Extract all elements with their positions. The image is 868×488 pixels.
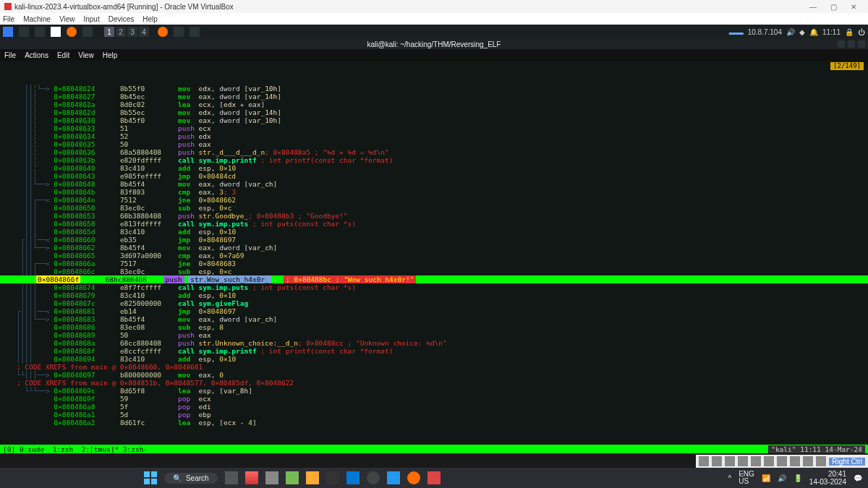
lock-icon[interactable]: 🔒: [845, 28, 854, 36]
asm-line[interactable]: ││╎ 0×08048635 50 push eax: [0, 140, 868, 148]
asm-line[interactable]: 0×080486a2 8d61fc lea esp, [ecx - 4]: [0, 419, 868, 427]
disassembly-view[interactable]: ││╎└─> 0×08048624 8b55f0 mov edx, dword …: [0, 85, 868, 427]
firefox-icon[interactable]: [67, 27, 77, 37]
asm-line[interactable]: │││ 0×08048665 3d697a0000 cmp eax, 0×7a6…: [0, 252, 868, 260]
asm-line[interactable]: ││╎└─> 0×08048624 8b55f0 mov edx, dword …: [0, 85, 868, 93]
asm-line[interactable]: 0×080486a0 5f pop edi: [0, 403, 868, 411]
battery-icon[interactable]: 🔋: [793, 474, 802, 482]
asm-line[interactable]: ││││ 0×0804866c 83ec0c sub esp, 0×c: [0, 267, 868, 275]
file-explorer-icon[interactable]: [306, 471, 319, 484]
mouse-icon[interactable]: [816, 456, 826, 466]
asm-line[interactable]: ││╎ 0×08048643 e985feffff jmp 0×80484cd: [0, 172, 868, 180]
hdd-icon[interactable]: [699, 456, 709, 466]
close-button[interactable]: ✕: [843, 3, 864, 11]
system-clock[interactable]: 20:41 14-03-2024: [809, 470, 846, 486]
maximize-button[interactable]: ▢: [823, 3, 843, 11]
vbox-menu-machine[interactable]: Machine: [23, 15, 51, 23]
vbox-menu-devices[interactable]: Devices: [109, 15, 135, 23]
asm-line[interactable]: ││ 0×0804864b 83f803 cmp eax, 3 ; 3: [0, 188, 868, 196]
term-menu-help[interactable]: Help: [103, 51, 118, 59]
chevron-up-icon[interactable]: ^: [728, 474, 731, 482]
workspace-1[interactable]: 1: [104, 27, 114, 37]
asm-line[interactable]: ││└──> 0×08048648 8b45f4 mov eax, dword …: [0, 180, 868, 188]
asm-line[interactable]: │││└──> 0×08048662 8b45f4 mov eax, dword…: [0, 244, 868, 252]
term-maximize-button[interactable]: [848, 40, 855, 48]
app-icon-2[interactable]: [265, 471, 278, 484]
asm-line[interactable]: 0×080486a1 5d pop ebp: [0, 411, 868, 419]
asm-line[interactable]: ││││ 0×08048674 e8f7fcffff call sym.imp.…: [0, 283, 868, 291]
tmux-left[interactable]: [0] 0:sudo 1:zsh 2:[tmux]* 3:zsh-: [3, 445, 148, 453]
optical-icon[interactable]: [712, 456, 722, 466]
asm-line[interactable]: ││╎ 0×0804862a 8d0c02 lea ecx, [edx + ea…: [0, 100, 868, 108]
asm-line[interactable]: ││││ 0×0804867c e825000000 call sym.give…: [0, 299, 868, 307]
term-menu-edit[interactable]: Edit: [57, 51, 69, 59]
asm-line[interactable]: ││╎ 0×0804862d 8b55ec mov edx, dword [va…: [0, 108, 868, 116]
asm-line[interactable]: ││││ 0×0804868a 68cc880408 push str.Unkn…: [0, 339, 868, 347]
app-icon-3[interactable]: [286, 471, 299, 484]
clock[interactable]: 11:11: [822, 28, 841, 36]
asm-line[interactable]: ││╎ 0×08048633 51 push ecx: [0, 124, 868, 132]
asm-line[interactable]: ││╎ 0×08048627 8b45ec mov eax, dword [va…: [0, 93, 868, 100]
asm-line[interactable]: │││┌──< 0×0804866a 7517 jne 0×8048683: [0, 260, 868, 267]
workspace-4[interactable]: 4: [139, 27, 149, 37]
term-menu-view[interactable]: View: [78, 51, 94, 59]
asm-line[interactable]: ││╎ 0×08048630 8b45f0 mov eax, dword [va…: [0, 116, 868, 124]
app-icon-4[interactable]: [326, 471, 339, 484]
start-button[interactable]: [144, 471, 157, 484]
usb-icon[interactable]: [751, 456, 761, 466]
tray-icon[interactable]: ▬▬: [729, 28, 744, 36]
taskbar-search[interactable]: 🔍 Search: [164, 473, 218, 484]
workspace-3[interactable]: 3: [127, 27, 137, 37]
asm-line[interactable]: └└│││──> 0×08048697 b800000000 mov eax, …: [0, 371, 868, 379]
terminal-icon[interactable]: [35, 27, 45, 37]
vbox-menu-file[interactable]: File: [3, 15, 14, 23]
asm-line[interactable]: ││╎ 0×0804863b e820fdffff call sym.imp.p…: [0, 156, 868, 164]
editor-icon[interactable]: [51, 27, 61, 37]
shared-folder-icon[interactable]: [764, 456, 774, 466]
asm-line[interactable]: ││╎ 0×08048636 68a5880408 push str._d___…: [0, 148, 868, 156]
volume-icon[interactable]: 🔊: [786, 28, 795, 36]
asm-line[interactable]: ┌││││──< 0×08048681 eb14 jmp 0×8048697: [0, 307, 868, 315]
asm-line[interactable]: ││╎ 0×08048640 83c410 add esp, 0×10: [0, 164, 868, 172]
cpu-icon[interactable]: [803, 456, 813, 466]
kali-menu-icon[interactable]: [3, 27, 13, 37]
app-icon-1[interactable]: [245, 471, 258, 484]
virtualbox-taskbar-icon[interactable]: [427, 471, 441, 484]
network-icon[interactable]: [738, 456, 748, 466]
shell-dropdown-icon[interactable]: [82, 27, 93, 37]
asm-line[interactable]: ││││└──> 0×08048683 8b45f4 mov eax, dwor…: [0, 315, 868, 323]
app-icon-5[interactable]: [387, 471, 400, 484]
asm-line[interactable]: ││││ 0×0804868f e8ccfcffff call sym.imp.…: [0, 347, 868, 355]
app-taskbar-icon[interactable]: [190, 27, 200, 37]
asm-line[interactable]: ││││ 0×08048694 83c410 add esp, 0×10: [0, 355, 868, 363]
vscode-icon[interactable]: [346, 471, 359, 484]
minimize-button[interactable]: —: [803, 3, 823, 11]
term-menu-actions[interactable]: Actions: [25, 51, 48, 59]
language-indicator[interactable]: ENG US: [739, 471, 754, 485]
term-menu-file[interactable]: File: [4, 51, 16, 59]
tmux-statusbar[interactable]: [0] 0:sudo 1:zsh 2:[tmux]* 3:zsh- "kali"…: [0, 445, 868, 453]
asm-line[interactable]: ┌│││──< 0×08048660 eb35 jmp 0×8048697: [0, 236, 868, 244]
highlighted-line[interactable]: 0×0804866f 68bc880408 push str.Wow_such_…: [0, 275, 868, 283]
vbox-menu-view[interactable]: View: [59, 15, 75, 23]
asm-line[interactable]: ││╎ 0×08048634 52 push edx: [0, 132, 868, 140]
asm-line[interactable]: │││ 0×0804865d 83c410 add esp, 0×10: [0, 228, 868, 236]
asm-line[interactable]: ││┌──< 0×0804864e 7512 jne 0×8048662: [0, 196, 868, 204]
volume-icon[interactable]: 🔊: [778, 474, 786, 482]
bell-icon[interactable]: 🔔: [809, 28, 818, 36]
recording-icon[interactable]: [790, 456, 800, 466]
asm-line[interactable]: │││ 0×08048658 e813fdffff call sym.imp.p…: [0, 220, 868, 228]
audio-icon[interactable]: [725, 456, 735, 466]
asm-line[interactable]: │││ 0×08048653 68b3880408 push str.Goodb…: [0, 212, 868, 220]
asm-line[interactable]: 0×0804869f 59 pop ecx: [0, 395, 868, 403]
wifi-icon[interactable]: 📶: [762, 474, 770, 482]
obs-icon[interactable]: [367, 471, 380, 484]
workspace-2[interactable]: 2: [116, 27, 126, 37]
file-manager-icon[interactable]: [19, 27, 29, 37]
vbox-menu-input[interactable]: Input: [83, 15, 99, 23]
power-icon[interactable]: ⏻: [858, 28, 865, 36]
asm-line[interactable]: ││││ 0×08048689 50 push eax: [0, 331, 868, 339]
terminal-taskbar-icon[interactable]: [174, 27, 184, 37]
asm-line[interactable]: │││ 0×08048650 83ec0c sub esp, 0×c: [0, 204, 868, 212]
firefox-taskbar-icon[interactable]: [158, 27, 168, 37]
